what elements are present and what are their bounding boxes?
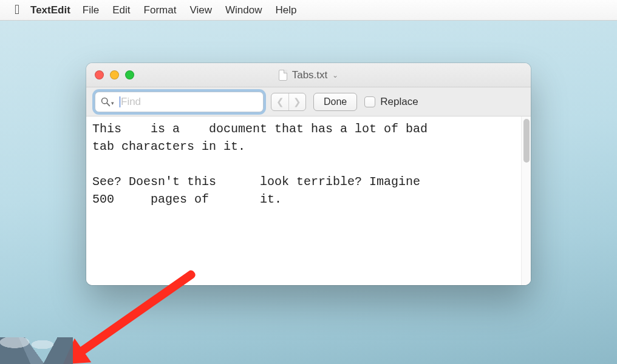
search-options-icon[interactable]: ▾ xyxy=(111,100,114,106)
close-window-button[interactable] xyxy=(95,70,104,79)
document-text[interactable]: This is a document that has a lot of bad… xyxy=(86,116,521,285)
replace-label: Replace xyxy=(380,96,418,108)
title-dropdown-icon[interactable]: ⌄ xyxy=(332,71,338,79)
search-icon xyxy=(100,96,111,107)
scrollbar-thumb[interactable] xyxy=(523,119,530,163)
done-button[interactable]: Done xyxy=(313,93,357,111)
document-area: This is a document that has a lot of bad… xyxy=(86,116,531,285)
textedit-window: Tabs.txt ⌄ ▾ ❮ ❯ Done Replace This is a xyxy=(86,63,531,285)
minimize-window-button[interactable] xyxy=(110,70,119,79)
menu-view[interactable]: View xyxy=(189,4,212,16)
find-next-button[interactable]: ❯ xyxy=(288,93,305,110)
document-icon xyxy=(279,70,287,81)
menu-bar:  TextEdit File Edit Format View Window … xyxy=(0,0,617,21)
title-bar[interactable]: Tabs.txt ⌄ xyxy=(86,63,531,87)
find-previous-button[interactable]: ❮ xyxy=(271,93,288,110)
svg-line-1 xyxy=(107,103,109,105)
menu-edit[interactable]: Edit xyxy=(112,4,130,16)
menu-file[interactable]: File xyxy=(83,4,99,16)
vertical-scrollbar[interactable] xyxy=(521,116,531,285)
find-prev-next: ❮ ❯ xyxy=(271,93,306,111)
apple-menu-icon[interactable]:  xyxy=(15,3,19,16)
menu-format[interactable]: Format xyxy=(144,4,177,16)
menu-help[interactable]: Help xyxy=(275,4,296,16)
zoom-window-button[interactable] xyxy=(125,70,134,79)
desktop-wallpaper-mountains xyxy=(0,337,73,364)
find-search-field[interactable]: ▾ xyxy=(95,92,264,112)
find-bar: ▾ ❮ ❯ Done Replace xyxy=(86,87,531,116)
replace-checkbox[interactable] xyxy=(364,96,375,107)
window-title: Tabs.txt xyxy=(292,69,328,81)
replace-toggle[interactable]: Replace xyxy=(364,96,418,108)
find-input[interactable] xyxy=(121,92,258,112)
menu-window[interactable]: Window xyxy=(225,4,262,16)
done-button-label: Done xyxy=(324,96,347,107)
text-cursor xyxy=(120,96,120,107)
app-menu[interactable]: TextEdit xyxy=(30,4,70,16)
